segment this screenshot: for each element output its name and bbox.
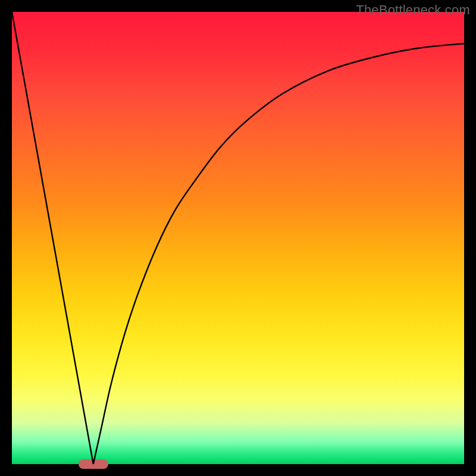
curve-right — [93, 43, 464, 464]
chart-frame: TheBottleneck.com — [0, 0, 476, 476]
watermark-text: TheBottleneck.com — [356, 2, 470, 18]
chart-lines-svg — [12, 12, 464, 464]
curve-left — [12, 12, 93, 464]
